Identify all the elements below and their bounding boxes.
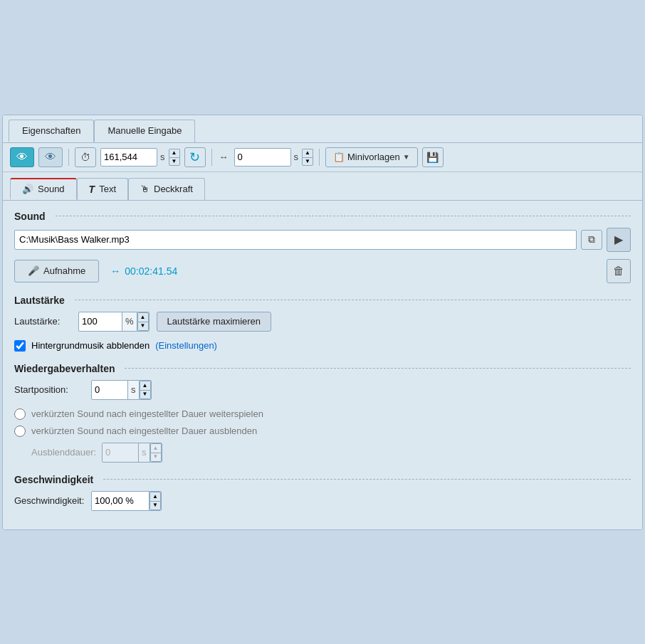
duration-arrow-icon: ↔ [110,265,120,277]
offset-unit: s [294,152,299,162]
ausblend-row: Ausblenddauer: s ▲ ▼ [14,443,631,463]
startpos-spin-up[interactable]: ▲ [140,381,151,390]
volume-spin-down[interactable]: ▼ [137,322,149,331]
geschwindigkeit-label: Geschwindigkeit: [14,495,85,506]
radio-weiterspielen-input[interactable] [14,408,26,420]
volume-input[interactable] [79,312,122,331]
offset-group: s ▲ ▼ [234,148,314,167]
geschwindigkeit-spin: ▲ ▼ [149,492,161,510]
duration-spin: ▲ ▼ [169,149,180,166]
play-icon: ▶ [614,233,623,246]
settings-link[interactable]: (Einstellungen) [155,340,217,351]
startpos-spin: ▲ ▼ [139,381,151,399]
geschwindigkeit-input-group: ▲ ▼ [91,491,162,511]
save-icon: 💾 [426,152,439,163]
offset-spin-up[interactable]: ▲ [302,149,313,157]
main-window: Eigenschaften Manuelle Eingabe 👁 👁 ⏱ s ▲… [2,115,643,530]
ausblend-unit: s [138,443,150,462]
delete-btn[interactable]: 🗑 [607,259,631,283]
duration-value: 00:02:41.54 [125,265,177,277]
ausblend-spin-down[interactable]: ▼ [150,453,162,462]
file-path-input[interactable] [14,230,577,250]
deckkraft-icon: 🖱 [140,184,150,194]
clock-icon: ⏱ [75,147,96,167]
minivorlagen-btn[interactable]: 📋 Minivorlagen ▼ [325,147,418,167]
subtab-text[interactable]: T Text [77,178,128,200]
copy-icon: ⧉ [588,233,595,246]
file-row: ⧉ ▶ [14,228,631,252]
checkbox-label: Hintergrundmusik abblenden [31,340,150,351]
ausblend-label: Ausblenddauer: [31,447,96,458]
subtab-deckkraft-label: Deckkraft [154,184,193,194]
geschwindigkeit-spin-down[interactable]: ▼ [150,501,161,510]
separator-2 [211,149,212,166]
subtab-bar: 🔊 Sound T Text 🖱 Deckkraft [3,172,642,201]
play-btn[interactable]: ▶ [607,228,631,252]
toolbar: 👁 👁 ⏱ s ▲ ▼ ↻ ↔ s ▲ ▼ 📋 Mi [3,143,642,172]
subtab-sound-label: Sound [38,184,65,194]
main-tab-bar: Eigenschaften Manuelle Eingabe [3,115,642,143]
template-icon: 📋 [333,152,345,162]
duration-input[interactable] [100,148,157,167]
radio-ausblenden: verkürzten Sound nach eingestellter Daue… [14,426,631,437]
ausblend-input-group: s ▲ ▼ [102,443,162,463]
separator-1 [68,149,69,166]
startpos-input[interactable] [92,381,127,399]
startpos-input-group: s ▲ ▼ [91,380,152,400]
save-btn[interactable]: 💾 [422,147,444,167]
lautstaerke-section-title: Lautstärke [14,295,631,306]
checkbox-row: Hintergrundmusik abblenden (Einstellunge… [14,340,631,352]
volume-input-group: % ▲ ▼ [78,312,150,332]
geschwindigkeit-spin-up[interactable]: ▲ [150,492,161,501]
offset-spin: ▲ ▼ [302,149,313,166]
subtab-text-label: Text [99,184,116,194]
subtab-deckkraft[interactable]: 🖱 Deckkraft [128,178,205,200]
record-btn[interactable]: 🎤 Aufnahme [14,260,99,283]
radio-weiterspielen: verkürzten Sound nach eingestellter Daue… [14,408,631,420]
mic-icon: 🎤 [28,265,39,276]
maximize-volume-btn[interactable]: Lautstärke maximieren [157,312,272,332]
lautstaerke-label: Lautstärke: [14,316,71,327]
offset-input[interactable] [234,148,291,167]
duration-spin-up[interactable]: ▲ [169,149,180,157]
tab-eigenschaften[interactable]: Eigenschaften [9,120,94,142]
trash-icon: 🗑 [613,265,624,278]
record-row: 🎤 Aufnahme ↔ 00:02:41.54 🗑 [14,259,631,283]
radio-weiterspielen-label: verkürzten Sound nach eingestellter Daue… [31,408,263,419]
duration-group: s ▲ ▼ [100,148,180,167]
volume-spin-up[interactable]: ▲ [137,312,149,322]
text-icon: T [89,184,95,195]
record-label: Aufnahme [43,265,85,276]
wiedergabe-section-title: Wiedergabeverhalten [14,363,631,374]
offset-spin-down[interactable]: ▼ [302,157,313,166]
minivorlagen-label: Minivorlagen [347,152,400,162]
eye-preview-icon: 👁 [45,151,56,164]
loop-icon: ↻ [184,147,206,167]
geschwindigkeit-input[interactable] [92,492,149,510]
copy-path-btn[interactable]: ⧉ [581,230,602,250]
startpos-unit: s [127,381,139,399]
duration-display: ↔ 00:02:41.54 [110,265,177,277]
duration-unit: s [160,152,165,162]
eye-preview-btn[interactable]: 👁 [38,147,63,167]
background-music-checkbox[interactable] [14,340,26,352]
radio-ausblenden-input[interactable] [14,426,26,437]
sound-icon: 🔊 [22,184,33,194]
eye-visible-btn[interactable]: 👁 [10,147,34,167]
startpos-row: Startposition: s ▲ ▼ [14,380,631,400]
tab-manuelle-eingabe[interactable]: Manuelle Eingabe [94,120,195,142]
ausblend-spin-up[interactable]: ▲ [150,443,162,453]
separator-3 [319,149,320,166]
duration-spin-down[interactable]: ▼ [169,157,180,166]
lautstaerke-row: Lautstärke: % ▲ ▼ Lautstärke maximieren [14,312,631,332]
subtab-sound[interactable]: 🔊 Sound [10,178,77,200]
geschwindigkeit-row: Geschwindigkeit: ▲ ▼ [14,491,631,511]
sound-section-title: Sound [14,211,631,222]
ausblend-input[interactable] [103,443,138,462]
startpos-spin-down[interactable]: ▼ [140,390,151,399]
ausblend-spin: ▲ ▼ [150,443,162,462]
dropdown-arrow-icon: ▼ [403,153,410,161]
content-area: Sound ⧉ ▶ 🎤 Aufnahme ↔ 00:02:41.54 🗑 [3,201,642,529]
volume-unit: % [122,312,137,331]
startpos-label: Startposition: [14,384,85,395]
